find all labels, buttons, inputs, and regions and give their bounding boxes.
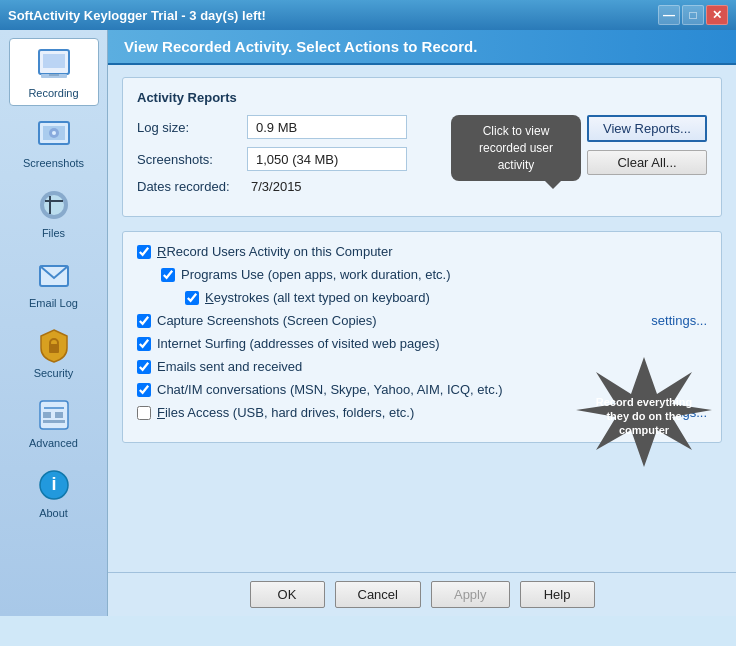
email-log-icon: [34, 255, 74, 295]
emails-checkbox[interactable]: [137, 360, 151, 374]
capture-screenshots-label: Capture Screenshots (Screen Copies): [157, 313, 377, 328]
keystrokes-row: Keystrokes (all text typed on keyboard): [137, 290, 707, 305]
view-reports-button[interactable]: View Reports...: [587, 115, 707, 142]
record-activity-checkbox[interactable]: [137, 245, 151, 259]
sidebar-item-email-log[interactable]: Email Log: [9, 248, 99, 316]
bottom-bar: OK Cancel Apply Help: [108, 572, 736, 616]
security-icon: [34, 325, 74, 365]
starburst-tooltip: Record everything they do on the compute…: [572, 352, 717, 475]
reports-section-title: Activity Reports: [137, 90, 707, 105]
sidebar-label-about: About: [39, 507, 68, 519]
log-size-label: Log size:: [137, 120, 247, 135]
keystrokes-checkbox[interactable]: [185, 291, 199, 305]
options-box: RRecord Users Activity on this Computer …: [122, 231, 722, 443]
content-scroll: Click to view recorded user activity Act…: [108, 65, 736, 572]
maximize-button[interactable]: □: [682, 5, 704, 25]
sidebar-item-about[interactable]: i About: [9, 458, 99, 526]
internet-surfing-label: Internet Surfing (addresses of visited w…: [157, 336, 440, 351]
clear-all-button[interactable]: Clear All...: [587, 150, 707, 175]
sidebar-label-screenshots: Screenshots: [23, 157, 84, 169]
svg-rect-1: [43, 54, 65, 68]
apply-button[interactable]: Apply: [431, 581, 510, 608]
emails-label: Emails sent and received: [157, 359, 302, 374]
cancel-button[interactable]: Cancel: [335, 581, 421, 608]
settings-link-screenshots[interactable]: settings...: [651, 313, 707, 328]
log-size-value: 0.9 MB: [247, 115, 407, 139]
activity-reports-box: Activity Reports Log size: 0.9 MB Screen…: [122, 77, 722, 217]
svg-text:Record everything: Record everything: [596, 396, 693, 408]
internet-surfing-row: Internet Surfing (addresses of visited w…: [137, 336, 707, 351]
svg-rect-10: [49, 196, 51, 214]
keystrokes-label: Keystrokes (all text typed on keyboard): [205, 290, 430, 305]
internet-surfing-checkbox[interactable]: [137, 337, 151, 351]
chat-label: Chat/IM conversations (MSN, Skype, Yahoo…: [157, 382, 503, 397]
content-area: View Recorded Activity. Select Actions t…: [108, 30, 736, 616]
svg-point-7: [52, 131, 56, 135]
dates-label: Dates recorded:: [137, 179, 247, 194]
svg-point-9: [44, 195, 64, 215]
reports-buttons: View Reports... Clear All...: [587, 115, 707, 202]
tooltip-view-reports: Click to view recorded user activity: [451, 115, 581, 181]
svg-text:they do on the: they do on the: [606, 410, 681, 422]
title-bar-buttons: — □ ✕: [658, 5, 728, 25]
screenshots-value: 1,050 (34 MB): [247, 147, 407, 171]
programs-use-row: Programs Use (open apps, work duration, …: [137, 267, 707, 282]
ok-button[interactable]: OK: [250, 581, 325, 608]
dates-row: Dates recorded: 7/3/2015: [137, 179, 567, 194]
window-title: SoftActivity Keylogger Trial - 3 day(s) …: [8, 8, 266, 23]
sidebar-label-email-log: Email Log: [29, 297, 78, 309]
sidebar: Recording Screenshots: [0, 30, 108, 616]
svg-rect-3: [49, 74, 59, 76]
programs-use-label: Programs Use (open apps, work duration, …: [181, 267, 451, 282]
screenshots-label: Screenshots:: [137, 152, 247, 167]
content-header: View Recorded Activity. Select Actions t…: [108, 30, 736, 65]
sidebar-item-recording[interactable]: Recording: [9, 38, 99, 106]
files-access-label: Files Access (USB, hard drives, folders,…: [157, 405, 414, 420]
recording-icon: [34, 45, 74, 85]
capture-screenshots-row: Capture Screenshots (Screen Copies) sett…: [137, 313, 707, 328]
dates-value: 7/3/2015: [247, 179, 302, 194]
sidebar-item-files[interactable]: Files: [9, 178, 99, 246]
svg-rect-18: [55, 412, 63, 418]
advanced-icon: [34, 395, 74, 435]
svg-rect-17: [43, 412, 51, 418]
sidebar-label-advanced: Advanced: [29, 437, 78, 449]
svg-text:i: i: [51, 474, 56, 494]
help-button[interactable]: Help: [520, 581, 595, 608]
chat-row-container: Chat/IM conversations (MSN, Skype, Yahoo…: [137, 382, 707, 397]
sidebar-item-screenshots[interactable]: Screenshots: [9, 108, 99, 176]
page-title: View Recorded Activity. Select Actions t…: [124, 38, 477, 55]
svg-text:computer: computer: [619, 424, 670, 436]
about-icon: i: [34, 465, 74, 505]
reports-grid: Log size: 0.9 MB Screenshots: 1,050 (34 …: [137, 115, 707, 202]
close-button[interactable]: ✕: [706, 5, 728, 25]
title-bar: SoftActivity Keylogger Trial - 3 day(s) …: [0, 0, 736, 30]
svg-rect-19: [43, 420, 65, 423]
sidebar-label-recording: Recording: [28, 87, 78, 99]
capture-screenshots-checkbox[interactable]: [137, 314, 151, 328]
svg-rect-11: [45, 200, 63, 202]
files-icon: [34, 185, 74, 225]
programs-use-checkbox[interactable]: [161, 268, 175, 282]
record-activity-label: RRecord Users Activity on this Computer: [157, 244, 393, 259]
record-activity-row: RRecord Users Activity on this Computer: [137, 244, 707, 259]
screenshots-icon: [34, 115, 74, 155]
sidebar-label-files: Files: [42, 227, 65, 239]
sidebar-item-advanced[interactable]: Advanced: [9, 388, 99, 456]
files-access-checkbox[interactable]: [137, 406, 151, 420]
minimize-button[interactable]: —: [658, 5, 680, 25]
sidebar-item-security[interactable]: Security: [9, 318, 99, 386]
chat-checkbox[interactable]: [137, 383, 151, 397]
sidebar-label-security: Security: [34, 367, 74, 379]
